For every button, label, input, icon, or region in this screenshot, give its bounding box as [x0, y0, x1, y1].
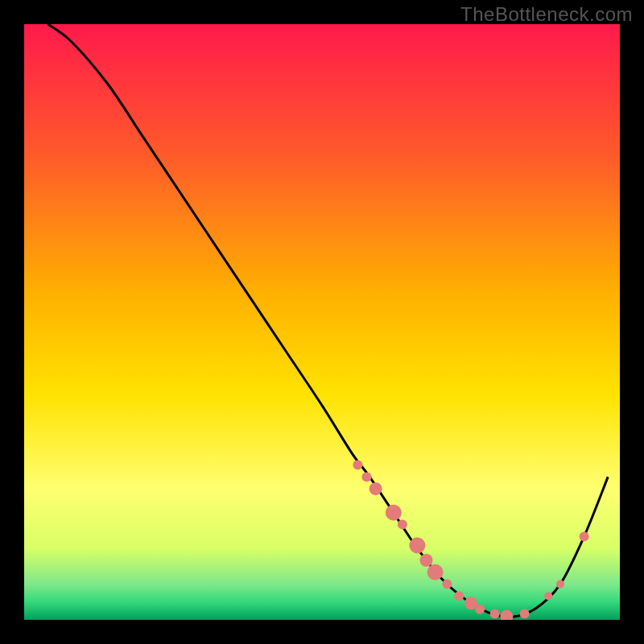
data-point	[398, 520, 407, 530]
chart-svg	[24, 24, 620, 620]
data-point	[427, 564, 444, 580]
data-point	[362, 472, 372, 481]
data-point	[353, 460, 362, 470]
data-point	[420, 554, 433, 567]
data-point	[409, 538, 425, 554]
data-point	[442, 580, 452, 589]
data-point	[556, 580, 564, 588]
data-point	[454, 591, 464, 601]
data-point	[386, 505, 402, 521]
data-point	[369, 482, 382, 495]
plot-area	[24, 24, 620, 620]
chart-frame: TheBottleneck.com	[0, 0, 644, 644]
data-point	[490, 609, 500, 619]
gradient-bg	[24, 24, 620, 620]
data-point	[520, 609, 530, 619]
watermark-text: TheBottleneck.com	[460, 3, 633, 26]
data-point	[580, 531, 589, 541]
data-point	[475, 605, 485, 614]
data-point	[544, 592, 552, 600]
